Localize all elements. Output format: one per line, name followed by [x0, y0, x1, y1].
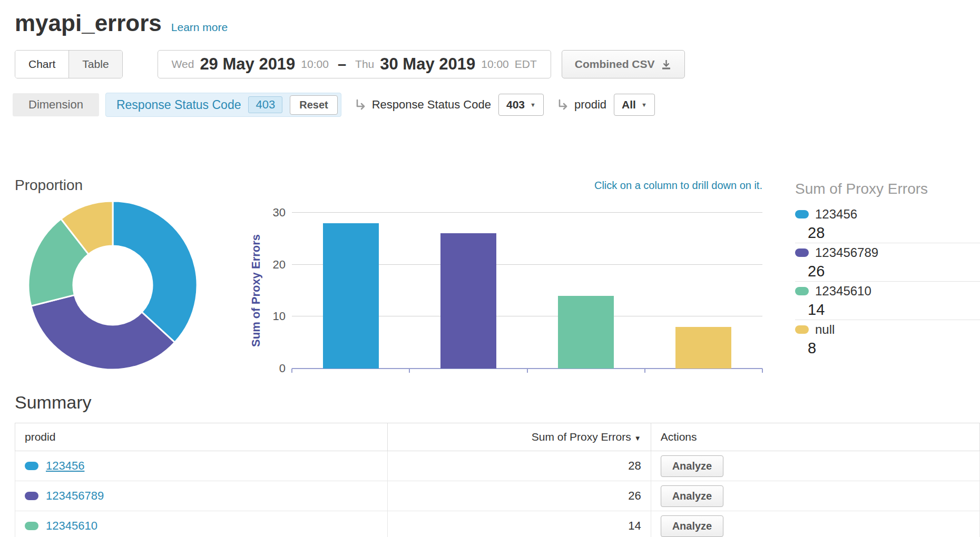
- column-header-sum[interactable]: Sum of Proxy Errors▼: [387, 423, 651, 451]
- y-tick-label: 10: [273, 310, 286, 323]
- drilldown-arrow-icon: [556, 98, 570, 112]
- csv-button-label: Combined CSV: [575, 58, 655, 71]
- date-range-picker[interactable]: Wed 29 May 2019 10:00 – Thu 30 May 2019 …: [158, 50, 551, 78]
- row-color-swatch: [25, 492, 38, 500]
- chart-legend: Sum of Proxy Errors 12345628123456789261…: [762, 177, 980, 378]
- date-end-date: 30 May 2019: [380, 55, 475, 74]
- toolbar: Chart Table Wed 29 May 2019 10:00 – Thu …: [15, 50, 980, 78]
- bar-slot: [527, 213, 645, 369]
- caret-down-icon: ▼: [641, 102, 647, 108]
- legend-entry: 12345678926: [795, 243, 980, 282]
- row-value: 28: [387, 451, 651, 481]
- page-title: myapi_errors: [15, 9, 162, 37]
- bar-12345610[interactable]: [558, 296, 614, 369]
- legend-value: 8: [808, 339, 980, 358]
- legend-label: 123456: [815, 207, 857, 222]
- bar-123456[interactable]: [323, 223, 379, 369]
- charts-section: Proportion Click on a column to drill do…: [15, 177, 980, 378]
- download-icon: [661, 59, 672, 70]
- table-row: 12345678926Analyze: [15, 481, 980, 511]
- tab-table[interactable]: Table: [69, 51, 122, 78]
- date-start-date: 29 May 2019: [200, 55, 295, 74]
- table-header-row: prodid Sum of Proxy Errors▼ Actions: [15, 423, 980, 451]
- bar-chart-panel: Click on a column to drill down on it. S…: [247, 177, 762, 378]
- y-axis-label: Sum of Proxy Errors: [247, 213, 266, 369]
- sort-descending-icon[interactable]: ▼: [634, 434, 641, 442]
- legend-title: Sum of Proxy Errors: [795, 180, 980, 198]
- x-axis-tick: [644, 369, 645, 373]
- legend-entry: null8: [795, 320, 980, 358]
- bar-null[interactable]: [675, 327, 731, 369]
- legend-label: null: [815, 322, 835, 337]
- reset-button[interactable]: Reset: [290, 95, 337, 115]
- row-value: 14: [387, 511, 651, 537]
- drilldown-label-prodid: prodid: [574, 98, 606, 112]
- x-axis-tick: [409, 369, 410, 373]
- view-toggle: Chart Table: [15, 50, 123, 78]
- date-end-day: Thu: [355, 58, 374, 71]
- table-row: 12345628Analyze: [15, 451, 980, 481]
- bar-slot: [292, 213, 409, 369]
- date-end-time: 10:00: [481, 58, 509, 71]
- legend-entries: 12345628123456789261234561014null8: [795, 205, 980, 358]
- filter-bar: Dimension Response Status Code 403 Reset…: [13, 93, 980, 117]
- column-header-actions: Actions: [651, 423, 979, 451]
- date-start-time: 10:00: [301, 58, 329, 71]
- bar-plot-area: [292, 213, 762, 369]
- x-axis-tick: [527, 369, 528, 373]
- column-header-prodid[interactable]: prodid: [15, 423, 388, 451]
- y-tick-label: 0: [279, 362, 286, 375]
- drilldown-hint[interactable]: Click on a column to drill down on it.: [247, 177, 762, 192]
- x-axis-tick: [291, 369, 292, 373]
- combined-csv-button[interactable]: Combined CSV: [562, 50, 685, 78]
- dimension-label: Dimension: [13, 93, 99, 116]
- proportion-donut-chart[interactable]: [15, 195, 226, 376]
- drilldown-label-status-code: Response Status Code: [372, 98, 491, 112]
- analyze-button[interactable]: Analyze: [661, 515, 724, 537]
- y-tick-label: 20: [273, 258, 286, 272]
- analyze-button[interactable]: Analyze: [661, 455, 724, 477]
- legend-swatch: [795, 325, 809, 334]
- status-code-dropdown[interactable]: 403 ▼: [498, 94, 544, 116]
- date-timezone: EDT: [515, 58, 537, 71]
- prodid-dropdown[interactable]: All ▼: [614, 94, 655, 116]
- legend-label: 12345610: [815, 284, 871, 299]
- filter-chip-name: Response Status Code: [116, 98, 241, 112]
- bar-chart: Sum of Proxy Errors 3020100: [247, 213, 762, 369]
- drilldown-arrow-icon: [354, 98, 368, 112]
- legend-swatch: [795, 248, 809, 257]
- legend-swatch: [795, 210, 809, 218]
- analyze-button[interactable]: Analyze: [661, 485, 724, 507]
- prodid-link[interactable]: 123456789: [46, 489, 104, 502]
- bar-slot: [645, 213, 762, 369]
- x-axis-tick: [762, 369, 763, 373]
- y-axis-ticks: 3020100: [266, 213, 292, 369]
- date-start-day: Wed: [172, 58, 194, 71]
- row-color-swatch: [25, 462, 38, 470]
- table-row: 1234561014Analyze: [15, 511, 980, 537]
- learn-more-link[interactable]: Learn more: [171, 21, 228, 34]
- legend-value: 26: [808, 262, 980, 281]
- prodid-dropdown-value: All: [622, 98, 636, 111]
- y-tick-label: 30: [273, 206, 286, 220]
- status-code-dropdown-value: 403: [506, 98, 525, 111]
- row-value: 26: [387, 481, 651, 511]
- legend-value: 14: [808, 301, 980, 320]
- tab-chart[interactable]: Chart: [15, 51, 69, 78]
- legend-entry: 1234561014: [795, 282, 980, 320]
- legend-label: 123456789: [815, 245, 878, 260]
- bar-slot: [409, 213, 527, 369]
- prodid-link[interactable]: 12345610: [46, 519, 97, 532]
- caret-down-icon: ▼: [530, 102, 536, 108]
- donut-segment-123456[interactable]: [113, 201, 197, 342]
- summary-title: Summary: [15, 392, 980, 413]
- bars-container: [292, 213, 762, 369]
- legend-entry: 12345628: [795, 205, 980, 243]
- filter-chip-value: 403: [248, 96, 282, 113]
- proportion-panel: Proportion: [15, 177, 247, 378]
- legend-value: 28: [808, 224, 980, 243]
- legend-swatch: [795, 287, 809, 295]
- page-header: myapi_errors Learn more: [0, 0, 980, 37]
- bar-123456789[interactable]: [440, 233, 496, 369]
- prodid-link[interactable]: 123456: [46, 459, 84, 472]
